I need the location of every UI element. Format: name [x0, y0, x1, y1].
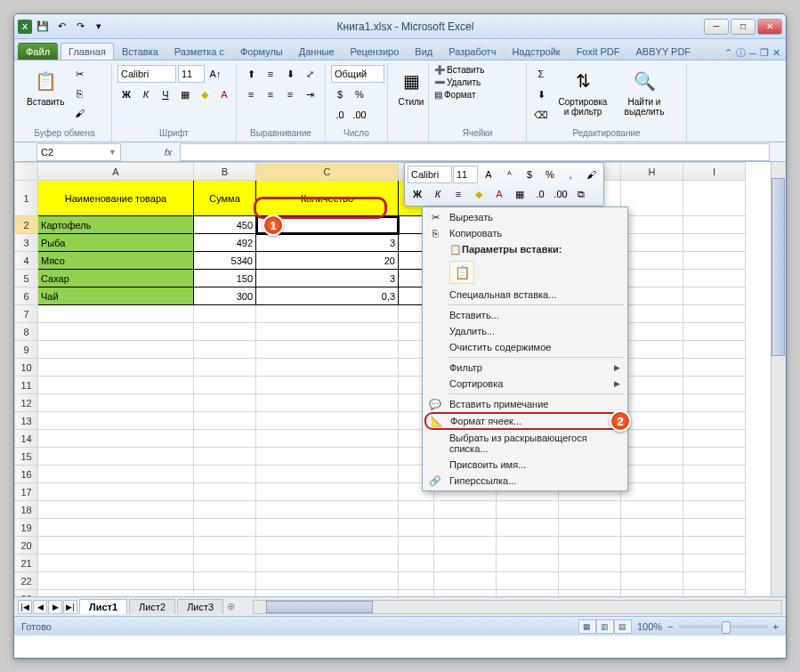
row-header-11[interactable]: 11: [15, 376, 38, 394]
cell-H10[interactable]: [621, 359, 683, 376]
cell-I4[interactable]: [683, 252, 746, 270]
zoom-out-icon[interactable]: −: [667, 621, 673, 632]
font-name-input[interactable]: [117, 65, 176, 83]
row-header-10[interactable]: 10: [15, 359, 38, 376]
cell-C23[interactable]: [256, 590, 399, 597]
mini-align-icon[interactable]: ≡: [448, 185, 468, 203]
tab-view[interactable]: Вид: [407, 43, 440, 60]
cell-C5[interactable]: 3: [256, 270, 399, 287]
column-header-A[interactable]: A: [38, 163, 194, 181]
doc-minimize-icon[interactable]: ─: [749, 48, 756, 59]
cell-C11[interactable]: [256, 376, 399, 394]
cell-B3[interactable]: 492: [194, 234, 256, 252]
mini-font-color-icon[interactable]: A: [489, 185, 509, 203]
select-all-corner[interactable]: [15, 163, 38, 181]
cell-A5[interactable]: Сахар: [38, 270, 194, 287]
cell-I17[interactable]: [683, 483, 746, 501]
cell-E20[interactable]: [434, 537, 497, 555]
cell-E18[interactable]: [434, 501, 497, 519]
qat-dropdown-icon[interactable]: ▾: [91, 19, 107, 35]
cell-H4[interactable]: [621, 252, 683, 270]
doc-close-icon[interactable]: ✕: [772, 47, 780, 59]
cell-F18[interactable]: [497, 501, 559, 519]
cell-B14[interactable]: [194, 430, 256, 448]
cell-A9[interactable]: [38, 341, 194, 359]
row-header-8[interactable]: 8: [15, 323, 38, 341]
cell-I5[interactable]: [683, 270, 746, 287]
cell-H14[interactable]: [621, 430, 683, 448]
find-select-button[interactable]: 🔍 Найти и выделить: [616, 65, 673, 118]
cell-H23[interactable]: [621, 590, 683, 597]
cell-B2[interactable]: 450: [194, 216, 256, 234]
cell-A20[interactable]: [38, 537, 194, 555]
fill-color-icon[interactable]: ◆: [196, 85, 214, 103]
sheet-nav-prev-icon[interactable]: ◀: [33, 600, 47, 614]
cell-B10[interactable]: [194, 359, 256, 376]
cell-I7[interactable]: [683, 305, 746, 323]
fill-icon[interactable]: ⬇: [532, 85, 550, 103]
cell-H5[interactable]: [621, 270, 683, 287]
maximize-button[interactable]: □: [731, 19, 756, 35]
cell-H17[interactable]: [621, 483, 683, 501]
mini-dec-decimal-icon[interactable]: .00: [551, 185, 570, 203]
cell-I6[interactable]: [683, 287, 746, 305]
cell-H2[interactable]: [621, 216, 683, 234]
zoom-slider[interactable]: [679, 625, 768, 628]
cell-C17[interactable]: [256, 483, 399, 501]
underline-icon[interactable]: Ч: [157, 85, 174, 103]
cell-B13[interactable]: [194, 412, 256, 430]
cell-H8[interactable]: [621, 323, 683, 341]
dec-decimal-icon[interactable]: .00: [351, 106, 368, 124]
cell-G21[interactable]: [559, 555, 621, 572]
cell-G19[interactable]: [559, 519, 621, 537]
cell-I11[interactable]: [683, 376, 746, 394]
tab-file[interactable]: Файл: [18, 43, 58, 60]
border-icon[interactable]: ▦: [176, 85, 194, 103]
inc-decimal-icon[interactable]: .0: [331, 106, 349, 124]
cell-B5[interactable]: 150: [194, 270, 256, 287]
cm-filter[interactable]: Фильтр▶: [424, 360, 626, 376]
font-color-icon[interactable]: A: [215, 85, 233, 103]
minimize-button[interactable]: ─: [704, 19, 729, 35]
cell-B20[interactable]: [194, 537, 256, 555]
format-painter-icon[interactable]: 🖌: [70, 104, 88, 122]
row-header-5[interactable]: 5: [15, 270, 38, 287]
cell-A1[interactable]: Наименование товара: [38, 181, 194, 216]
cell-A22[interactable]: [38, 572, 194, 590]
help-icon[interactable]: ⓘ: [736, 46, 746, 60]
cell-B12[interactable]: [194, 394, 256, 412]
cell-I9[interactable]: [683, 341, 746, 359]
cell-I18[interactable]: [683, 501, 746, 519]
cell-H18[interactable]: [621, 501, 683, 519]
sheet-nav-next-icon[interactable]: ▶: [48, 600, 62, 614]
cell-D23[interactable]: [399, 590, 434, 597]
cm-hyperlink[interactable]: 🔗Гиперссылка...: [424, 473, 626, 489]
cell-F21[interactable]: [497, 555, 559, 572]
tab-abbyy[interactable]: ABBYY PDF: [628, 43, 699, 60]
row-header-6[interactable]: 6: [15, 287, 38, 305]
row-header-15[interactable]: 15: [15, 448, 38, 466]
cell-H7[interactable]: [621, 305, 683, 323]
cell-A18[interactable]: [38, 501, 194, 519]
cell-C20[interactable]: [256, 537, 399, 555]
cm-sort[interactable]: Сортировка▶: [424, 376, 626, 392]
mini-merge-icon[interactable]: ⧉: [571, 185, 591, 203]
cell-H19[interactable]: [621, 519, 683, 537]
cell-I10[interactable]: [683, 359, 746, 376]
cell-H1[interactable]: [621, 181, 683, 216]
cell-A6[interactable]: Чай: [38, 287, 194, 305]
row-header-19[interactable]: 19: [15, 519, 38, 537]
cells-format-button[interactable]: ▤Формат: [434, 90, 484, 100]
cell-C6[interactable]: 0,3: [256, 287, 399, 305]
cell-I23[interactable]: [683, 590, 746, 597]
cells-delete-button[interactable]: ➖Удалить: [434, 77, 484, 87]
cell-B17[interactable]: [194, 483, 256, 501]
cell-C10[interactable]: [256, 359, 399, 376]
cell-B7[interactable]: [194, 305, 256, 323]
cell-B11[interactable]: [194, 376, 256, 394]
cm-insert[interactable]: Вставить...: [424, 307, 626, 323]
cell-A19[interactable]: [38, 519, 194, 537]
cell-C13[interactable]: [256, 412, 399, 430]
cell-C8[interactable]: [256, 323, 399, 341]
cell-D19[interactable]: [399, 519, 434, 537]
